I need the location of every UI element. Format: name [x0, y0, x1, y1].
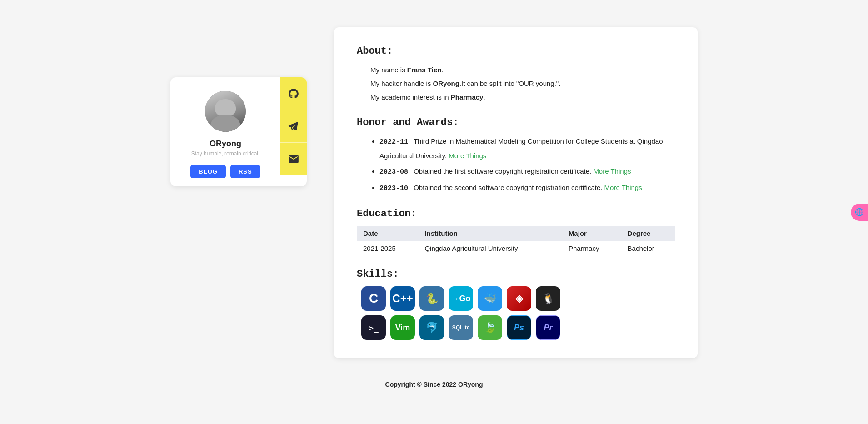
github-icon [288, 88, 299, 100]
honor-item-1: 2022-11 Third Prize in Mathematical Mode… [379, 135, 675, 163]
card-social [280, 77, 307, 175]
telegram-link[interactable] [280, 110, 307, 143]
avatar-image [205, 91, 246, 132]
skills-icons: C C++ 🐍 →Go 🐳 ◈ [361, 286, 675, 340]
skill-cpp: C++ [390, 286, 415, 311]
edu-col-degree: Degree [621, 226, 675, 241]
more-things-1[interactable]: More Things [449, 152, 486, 160]
skill-vim: Vim [390, 315, 415, 340]
badge-icon: 🌐 [855, 208, 864, 216]
copyright-text: Copyright © Since 2022 [385, 381, 458, 388]
edu-col-date: Date [357, 226, 418, 241]
blog-button[interactable]: BLOG [190, 165, 226, 178]
skill-linux: 🐧 [536, 286, 560, 311]
honor-item-3: 2023-10 Obtained the second software cop… [379, 181, 675, 195]
resume-panel: About: My name is Frans Tien. My hacker … [334, 27, 698, 358]
email-icon [288, 153, 299, 165]
honor-item-2: 2023-08 Obtained the first software copy… [379, 165, 675, 179]
edu-header-row: Date Institution Major Degree [357, 226, 675, 241]
skill-c: C [361, 286, 386, 311]
honor-date-1: 2022-11 [379, 138, 408, 146]
skill-mysql: 🐬 [419, 315, 444, 340]
edu-cell-degree-1: Bachelor [621, 241, 675, 256]
honor-text-2: Obtained the first software copyright re… [414, 167, 593, 175]
skill-go: →Go [449, 286, 473, 311]
about-interest: Pharmacy [451, 93, 484, 101]
about-line-3: My academic interest is in Pharmacy. [370, 90, 675, 104]
honor-date-3: 2023-10 [379, 185, 408, 192]
honor-date-2: 2023-08 [379, 168, 408, 176]
about-text: My name is Frans Tien. My hacker handle … [370, 63, 675, 104]
edu-cell-institution-1: Qingdao Agricultural University [418, 241, 562, 256]
skill-photoshop: Ps [507, 315, 531, 340]
education-table: Date Institution Major Degree 2021-2025 … [357, 226, 675, 256]
about-handle: ORyong [433, 80, 459, 87]
edu-cell-major-1: Pharmacy [562, 241, 621, 256]
telegram-icon [288, 120, 299, 132]
honors-title: Honor and Awards: [357, 117, 675, 128]
tagline: Stay humble, remain critical. [191, 150, 260, 157]
honor-list: 2022-11 Third Prize in Mathematical Mode… [379, 135, 675, 195]
side-badge[interactable]: 🌐 [851, 204, 868, 221]
card-left: ORyong Stay humble, remain critical. BLO… [170, 77, 280, 186]
about-name: Frans Tien [407, 66, 442, 74]
skill-premiere: Pr [536, 315, 560, 340]
username: ORyong [210, 139, 241, 149]
edu-cell-date-1: 2021-2025 [357, 241, 418, 256]
edu-col-institution: Institution [418, 226, 562, 241]
page-container: ORyong Stay humble, remain critical. BLO… [0, 0, 868, 406]
card-top: ORyong Stay humble, remain critical. BLO… [170, 77, 307, 186]
edu-col-major: Major [562, 226, 621, 241]
education-title: Education: [357, 208, 675, 219]
skill-mongodb: 🍃 [478, 315, 502, 340]
github-link[interactable] [280, 77, 307, 110]
skills-row-2: >_ Vim 🐬 SQLite 🍃 Ps [361, 315, 675, 340]
main-content: ORyong Stay humble, remain critical. BLO… [139, 27, 729, 358]
card-buttons: BLOG RSS [190, 165, 260, 178]
skills-row-1: C C++ 🐍 →Go 🐳 ◈ [361, 286, 675, 311]
skill-3d: ◈ [507, 286, 531, 311]
more-things-3[interactable]: More Things [604, 184, 642, 191]
more-things-2[interactable]: More Things [593, 167, 631, 175]
about-line-2: My hacker handle is ORyong.It can be spl… [370, 77, 675, 90]
skills-title: Skills: [357, 269, 675, 280]
about-line-1: My name is Frans Tien. [370, 63, 675, 77]
skill-terminal: >_ [361, 315, 386, 340]
profile-card: ORyong Stay humble, remain critical. BLO… [170, 77, 307, 186]
footer-author: ORyong [458, 381, 483, 388]
rss-button[interactable]: RSS [230, 165, 260, 178]
skill-python: 🐍 [419, 286, 444, 311]
footer: Copyright © Since 2022 ORyong [385, 381, 483, 388]
avatar [205, 91, 246, 132]
email-link[interactable] [280, 143, 307, 175]
skill-docker: 🐳 [478, 286, 502, 311]
skill-sqlite: SQLite [449, 315, 473, 340]
about-title: About: [357, 45, 675, 57]
honor-text-1: Third Prize in Mathematical Modeling Com… [379, 137, 663, 160]
edu-row-1: 2021-2025 Qingdao Agricultural Universit… [357, 241, 675, 256]
honor-text-3: Obtained the second software copyright r… [414, 184, 604, 191]
